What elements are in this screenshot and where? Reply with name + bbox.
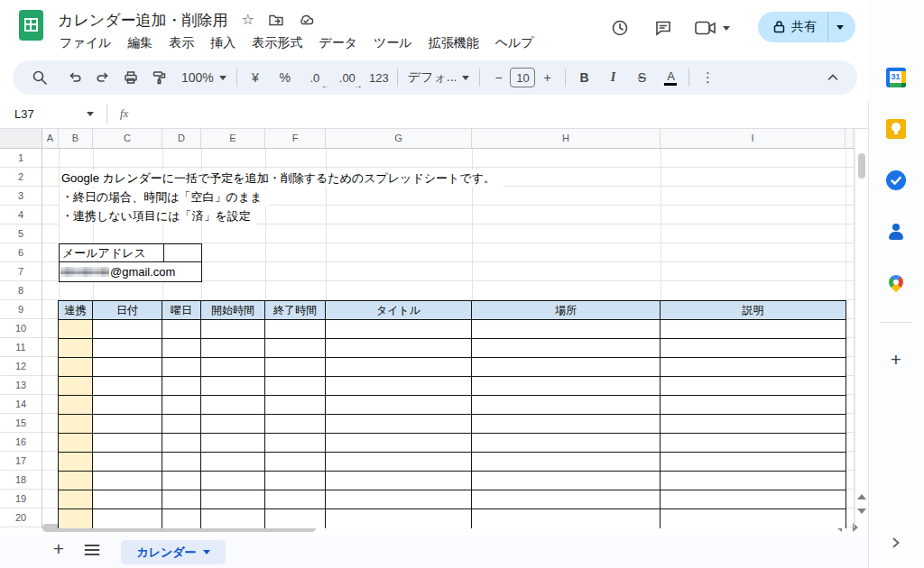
grid-cell[interactable]	[93, 509, 162, 528]
get-add-ons-button[interactable]: +	[887, 351, 905, 369]
row-header-19[interactable]: 19	[0, 490, 42, 508]
comments-icon[interactable]	[653, 18, 673, 38]
hide-menus-button[interactable]	[825, 69, 841, 86]
grid-cell[interactable]	[265, 472, 326, 490]
row-header-6[interactable]: 6	[0, 243, 42, 262]
menu-item-0[interactable]: ファイル	[56, 34, 115, 52]
grid-cell[interactable]	[201, 396, 265, 415]
grid-cell[interactable]	[265, 509, 326, 528]
grid-cell[interactable]	[162, 377, 201, 396]
grid-cell[interactable]	[326, 377, 472, 396]
format-currency-button[interactable]: ¥	[244, 66, 267, 89]
row-header-5[interactable]: 5	[0, 224, 42, 243]
grid-cell[interactable]	[326, 434, 472, 453]
grid-cell[interactable]	[59, 358, 93, 377]
grid-cell[interactable]	[265, 377, 326, 396]
row-header-16[interactable]: 16	[0, 433, 42, 452]
menu-item-4[interactable]: 表示形式	[248, 34, 306, 52]
menu-item-5[interactable]: データ	[315, 34, 361, 52]
grid-cell[interactable]	[201, 434, 265, 453]
grid-cell[interactable]	[162, 434, 201, 453]
grid-cell[interactable]	[472, 453, 661, 472]
menu-item-3[interactable]: 挿入	[207, 34, 239, 52]
decrease-font-size-button[interactable]: −	[486, 66, 510, 89]
row-header-13[interactable]: 13	[0, 376, 42, 395]
increase-font-size-button[interactable]: +	[535, 66, 559, 89]
grid-cell[interactable]	[162, 453, 201, 472]
column-header-E[interactable]: E	[201, 129, 265, 148]
menu-item-1[interactable]: 編集	[124, 34, 156, 52]
row-header-1[interactable]: 1	[0, 149, 42, 168]
grid-cell[interactable]	[93, 358, 162, 377]
row-header-18[interactable]: 18	[0, 471, 42, 490]
grid-cell[interactable]	[661, 415, 845, 434]
grid-cell[interactable]	[472, 490, 661, 509]
grid-cell[interactable]	[93, 377, 162, 396]
cell-note-done[interactable]: ・連携しない項目には「済」を設定	[60, 207, 256, 224]
grid-cell[interactable]	[201, 490, 265, 509]
grid-cell[interactable]	[326, 320, 472, 339]
move-to-folder-icon[interactable]	[268, 12, 284, 28]
grid-cell[interactable]	[661, 396, 845, 415]
present-to-meet-icon[interactable]	[694, 20, 717, 36]
table-header-2[interactable]: 曜日	[162, 301, 201, 320]
share-button[interactable]: 共有	[758, 12, 855, 42]
grid-cell[interactable]	[162, 320, 201, 339]
cell-note-description[interactable]: Google カレンダーに一括で予定を追加・削除するためのスプレッドシートです。	[60, 169, 504, 187]
vertical-scrollbar-thumb[interactable]	[858, 153, 865, 179]
scroll-up-button[interactable]	[857, 494, 866, 499]
more-toolbar-button[interactable]: ⋮	[696, 66, 719, 89]
grid-cell[interactable]	[472, 358, 661, 377]
grid-cell[interactable]	[59, 339, 93, 358]
row-header-9[interactable]: 9	[0, 300, 42, 319]
format-percent-button[interactable]: %	[273, 66, 297, 89]
scroll-down-button[interactable]	[857, 508, 866, 514]
grid-cell[interactable]	[201, 377, 265, 396]
increase-decimal-button[interactable]: .00→	[336, 66, 359, 89]
tab-calendar[interactable]: カレンダー	[121, 540, 226, 564]
zoom-selector[interactable]: 100%	[178, 66, 230, 89]
grid-cell[interactable]	[162, 509, 201, 528]
vertical-scrollbar-track[interactable]	[855, 129, 868, 528]
grid-cell[interactable]	[326, 453, 472, 472]
print-icon[interactable]	[119, 66, 143, 89]
row-header-12[interactable]: 12	[0, 357, 42, 376]
grid-cell[interactable]	[265, 490, 326, 509]
grid-cell[interactable]	[265, 453, 326, 472]
table-header-4[interactable]: 終了時間	[265, 301, 326, 320]
redo-icon[interactable]	[91, 66, 115, 89]
grid-cell[interactable]	[472, 339, 661, 358]
column-header-B[interactable]: B	[59, 129, 93, 148]
collapse-panel-chevron-icon[interactable]	[890, 536, 902, 550]
grid-cell[interactable]	[59, 453, 93, 472]
spreadsheet-grid[interactable]: Google カレンダーに一括で予定を追加・削除するためのスプレッドシートです。…	[42, 149, 855, 528]
italic-button[interactable]: I	[601, 66, 624, 89]
grid-cell[interactable]	[661, 509, 845, 528]
table-header-5[interactable]: タイトル	[326, 301, 472, 320]
font-size-input[interactable]: 10	[510, 68, 535, 87]
column-header-G[interactable]: G	[326, 129, 472, 148]
number-format-button[interactable]: 123	[367, 66, 391, 89]
star-icon[interactable]: ☆	[242, 13, 254, 27]
row-header-11[interactable]: 11	[0, 338, 42, 357]
grid-cell[interactable]	[201, 509, 265, 528]
strikethrough-button[interactable]: S	[630, 66, 653, 89]
grid-cell[interactable]	[661, 320, 845, 339]
grid-cell[interactable]	[201, 472, 265, 490]
grid-cell[interactable]	[265, 320, 326, 339]
grid-cell[interactable]	[201, 320, 265, 339]
grid-cell[interactable]	[59, 396, 93, 415]
grid-cell[interactable]	[472, 415, 661, 434]
grid-cell[interactable]	[265, 396, 326, 415]
grid-cell[interactable]	[162, 472, 201, 490]
grid-cell[interactable]	[93, 490, 162, 509]
table-header-3[interactable]: 開始時間	[201, 301, 265, 320]
row-header-3[interactable]: 3	[0, 187, 42, 206]
column-header-H[interactable]: H	[472, 129, 661, 148]
bold-button[interactable]: B	[572, 66, 596, 89]
all-sheets-icon[interactable]	[84, 544, 100, 556]
grid-cell[interactable]	[661, 358, 845, 377]
meet-dropdown-caret[interactable]	[723, 26, 730, 31]
grid-cell[interactable]	[201, 453, 265, 472]
table-header-6[interactable]: 場所	[472, 301, 661, 320]
